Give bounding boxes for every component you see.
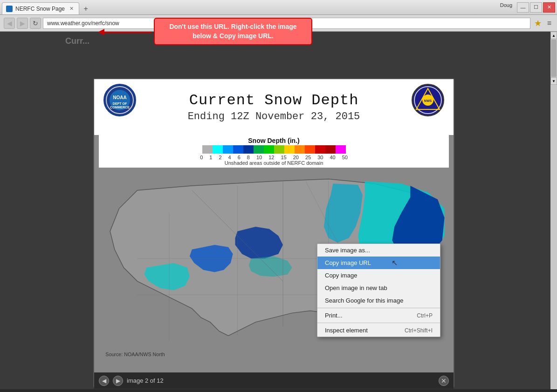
svg-text:NOAA: NOAA: [113, 95, 126, 100]
scrollbar[interactable]: ▲ ▼: [550, 32, 557, 389]
save-image-label: Save image as...: [325, 247, 370, 254]
legend-label: 30: [317, 155, 323, 160]
context-menu: Save image as... Copy image URL Copy ima…: [317, 243, 440, 337]
legend-color-swatch: [305, 145, 315, 154]
arrow-line: [100, 32, 151, 33]
legend-area: Snow Depth (in.) 0124681012152025304050 …: [99, 135, 449, 168]
legend-label: 2: [219, 155, 221, 160]
tab-area: NERFC Snow Page ✕ +: [2, 0, 91, 14]
back-button[interactable]: ◀: [4, 18, 15, 29]
prev-image-button[interactable]: ◀: [99, 376, 109, 386]
minimize-button[interactable]: —: [517, 2, 529, 13]
image-nav-bar: ◀ ▶ image 2 of 12 ✕: [94, 372, 454, 389]
context-menu-search-google[interactable]: Search Google for this image: [317, 294, 440, 307]
close-window-button[interactable]: ✕: [543, 2, 555, 13]
svg-text:Source: NOAA/NWS North: Source: NOAA/NWS North: [105, 351, 165, 357]
forward-button[interactable]: ▶: [17, 18, 28, 29]
legend-color-swatch: [264, 145, 274, 154]
refresh-button[interactable]: ↻: [30, 18, 41, 29]
legend-color-swatch: [233, 145, 243, 154]
legend-color-swatch: [254, 145, 264, 154]
legend-color-swatch: [325, 145, 336, 154]
legend-label: 1: [209, 155, 212, 160]
svg-text:DEPT OF: DEPT OF: [113, 102, 127, 105]
legend-label: 50: [342, 155, 348, 160]
search-google-label: Search Google for this image: [325, 297, 403, 304]
legend-color-swatch: [336, 145, 346, 154]
context-menu-print[interactable]: Print... Ctrl+P: [317, 309, 440, 322]
map-title: Current Snow Depth: [189, 92, 359, 109]
scroll-down-button[interactable]: ▼: [550, 77, 557, 85]
legend-color-swatch: [284, 145, 295, 154]
close-image-button[interactable]: ✕: [439, 376, 449, 386]
print-shortcut: Ctrl+P: [417, 312, 433, 319]
scroll-thumb[interactable]: [551, 40, 557, 77]
context-menu-divider-2: [317, 323, 440, 323]
context-menu-open-new-tab[interactable]: Open image in new tab: [317, 282, 440, 294]
context-menu-inspect[interactable]: Inspect element Ctrl+Shift+I: [317, 324, 440, 337]
legend-color-swatch: [315, 145, 325, 154]
title-bar: NERFC Snow Page ✕ + Doug — ☐ ✕: [0, 0, 557, 15]
context-menu-copy-image[interactable]: Copy image: [317, 269, 440, 282]
legend-label: 20: [293, 155, 299, 160]
noaa-logo: NOAA DEPT OF COMMERCE: [103, 84, 136, 116]
open-new-tab-label: Open image in new tab: [325, 284, 387, 291]
next-image-button[interactable]: ▶: [113, 376, 123, 386]
context-menu-divider: [317, 308, 440, 308]
legend-color-swatch: [202, 145, 213, 154]
legend-color-swatch: [295, 145, 305, 154]
print-label: Print...: [325, 312, 343, 319]
legend-label: 4: [228, 155, 231, 160]
image-viewer: NOAA DEPT OF COMMERCE NWS Current Snow D…: [93, 78, 454, 388]
legend-label: 12: [268, 155, 274, 160]
inspect-shortcut: Ctrl+Shift+I: [405, 327, 433, 334]
mouse-cursor: ↖: [392, 258, 398, 267]
maximize-button[interactable]: ☐: [530, 2, 542, 13]
map-subtitle: Ending 12Z November 23, 2015: [188, 111, 360, 122]
svg-text:COMMERCE: COMMERCE: [110, 106, 130, 109]
new-tab-button[interactable]: +: [80, 3, 91, 14]
page-background: Curr... NOAA DEPT OF COMMERCE: [0, 32, 557, 389]
menu-icon[interactable]: ≡: [545, 19, 553, 27]
copy-url-label: Copy image URL: [325, 259, 371, 266]
window-controls: Doug — ☐ ✕: [500, 2, 555, 13]
legend-color-swatch: [223, 145, 233, 154]
context-menu-copy-url[interactable]: Copy image URL: [317, 257, 440, 269]
legend-label: 0: [200, 155, 203, 160]
legend-color-swatch: [213, 145, 223, 154]
bg-heading: Curr...: [65, 36, 89, 46]
legend-labels: 0124681012152025304050: [200, 155, 348, 160]
legend-label: 25: [305, 155, 311, 160]
browser-tab[interactable]: NERFC Snow Page ✕: [2, 2, 79, 14]
map-header: NOAA DEPT OF COMMERCE NWS Current Snow D…: [94, 79, 454, 135]
legend-label: 8: [247, 155, 250, 160]
callout-text: Don't use this URL. Right-click the imag…: [169, 23, 296, 40]
inspect-label: Inspect element: [325, 327, 368, 334]
legend-label: 6: [238, 155, 241, 160]
legend-label: 40: [330, 155, 335, 160]
context-menu-save-image[interactable]: Save image as...: [317, 244, 440, 257]
legend-colors: [202, 145, 346, 154]
image-counter: image 2 of 12: [127, 377, 164, 384]
bookmark-icon[interactable]: ★: [532, 18, 543, 28]
scroll-up-button[interactable]: ▲: [550, 32, 557, 39]
nws-logo: NWS: [412, 84, 444, 116]
legend-label: 15: [281, 155, 286, 160]
svg-text:NWS: NWS: [424, 99, 432, 102]
legend-color-swatch: [274, 145, 284, 154]
arrow-head: [98, 29, 104, 35]
tab-close-button[interactable]: ✕: [68, 5, 75, 13]
legend-label: 10: [256, 155, 262, 160]
legend-note: Unshaded areas outside of NERFC domain: [225, 160, 323, 166]
user-name: Doug: [500, 2, 512, 13]
copy-image-label: Copy image: [325, 272, 357, 279]
callout-box: Don't use this URL. Right-click the imag…: [154, 18, 312, 45]
tab-favicon: [6, 6, 13, 12]
legend-title: Snow Depth (in.): [248, 137, 299, 144]
tab-title: NERFC Snow Page: [15, 6, 65, 12]
legend-color-swatch: [243, 145, 254, 154]
